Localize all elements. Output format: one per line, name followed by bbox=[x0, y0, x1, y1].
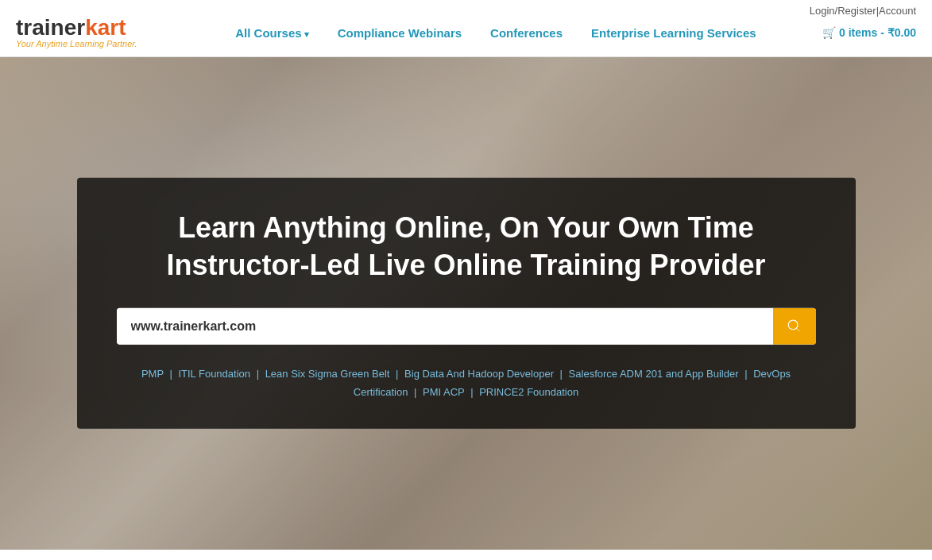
search-button[interactable] bbox=[773, 307, 816, 344]
quick-link-prince2[interactable]: PRINCE2 Foundation bbox=[479, 386, 578, 398]
search-input[interactable] bbox=[117, 307, 773, 344]
quick-link-pmp[interactable]: PMP bbox=[141, 367, 164, 379]
quick-link-salesforce[interactable]: Salesforce ADM 201 and App Builder bbox=[569, 367, 739, 379]
search-icon bbox=[787, 319, 802, 333]
quick-links: PMP | ITIL Foundation | Lean Six Sigma G… bbox=[117, 364, 816, 401]
quick-link-itil[interactable]: ITIL Foundation bbox=[178, 367, 250, 379]
logo-kart: kart bbox=[85, 15, 126, 40]
nav-bar: trainerkart Your Anytime Learning Partne… bbox=[0, 17, 932, 56]
cart-separator: - ₹ bbox=[880, 26, 895, 39]
nav-enterprise-learning[interactable]: Enterprise Learning Services bbox=[577, 20, 771, 46]
cart-label: 0 items bbox=[839, 26, 877, 39]
hero-title-line1: Learn Anything Online, On Your Own Time bbox=[117, 210, 816, 247]
cart-amount: 0.00 bbox=[895, 26, 916, 39]
logo-tagline: Your Anytime Learning Partner. bbox=[16, 39, 137, 48]
logo-trainer: trainer bbox=[16, 15, 85, 40]
separator-1: | bbox=[169, 367, 175, 379]
separator-5: | bbox=[744, 367, 750, 379]
login-link[interactable]: Login bbox=[810, 5, 835, 17]
register-link[interactable]: Register bbox=[837, 5, 876, 17]
separator-4: | bbox=[560, 367, 566, 379]
cart-area[interactable]: 🛒 0 items - ₹0.00 bbox=[822, 26, 916, 39]
account-link[interactable]: Account bbox=[879, 5, 916, 17]
quick-link-lean[interactable]: Lean Six Sigma Green Belt bbox=[265, 367, 390, 379]
quick-link-bigdata[interactable]: Big Data And Hadoop Developer bbox=[404, 367, 554, 379]
separator-3: | bbox=[396, 367, 401, 379]
separator-7: | bbox=[470, 386, 476, 398]
cart-icon: 🛒 bbox=[822, 26, 836, 39]
logo-text: trainerkart bbox=[16, 17, 137, 39]
main-nav: All Courses Compliance Webinars Conferen… bbox=[169, 20, 822, 46]
hero-title-line2: Instructor-Led Live Online Training Prov… bbox=[117, 247, 816, 284]
nav-compliance-webinars[interactable]: Compliance Webinars bbox=[323, 20, 476, 46]
hero-title: Learn Anything Online, On Your Own Time … bbox=[117, 210, 816, 284]
separator-2: | bbox=[257, 367, 262, 379]
top-bar: Login / Register | Account bbox=[0, 0, 932, 17]
nav-conferences[interactable]: Conferences bbox=[476, 20, 577, 46]
hero-section: Learn Anything Online, On Your Own Time … bbox=[0, 57, 932, 550]
header: Login / Register | Account trainerkart Y… bbox=[0, 0, 932, 57]
quick-link-pmiacp[interactable]: PMI ACP bbox=[423, 386, 465, 398]
nav-all-courses[interactable]: All Courses bbox=[221, 20, 323, 46]
separator-6: | bbox=[414, 386, 420, 398]
logo[interactable]: trainerkart Your Anytime Learning Partne… bbox=[16, 17, 137, 48]
search-container bbox=[117, 307, 816, 344]
hero-content: Learn Anything Online, On Your Own Time … bbox=[77, 178, 856, 429]
